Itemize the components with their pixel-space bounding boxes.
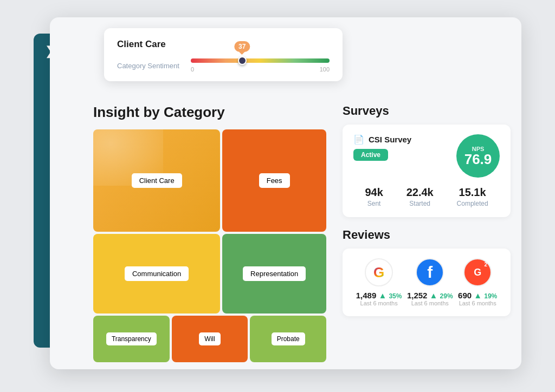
nps-label: NPS (472, 146, 485, 152)
survey-info: 📄 CSI Survey Active (353, 134, 411, 161)
google-logo: G (365, 258, 393, 286)
stat-started-label: Started (406, 200, 434, 207)
stat-started-value: 22.4k (406, 186, 434, 199)
right-section: Surveys 📄 CSI Survey Active NPS 76.9 (343, 104, 511, 364)
active-badge: Active (353, 149, 388, 161)
client-care-card: Client Care Category Sentiment 37 0 100 (104, 28, 343, 81)
facebook-period: Last 6 months (407, 300, 453, 306)
left-section: Insight by Category Client Care Fees Com… (93, 104, 326, 364)
survey-name: 📄 CSI Survey (353, 134, 411, 145)
insight-title: Insight by Category (93, 104, 326, 121)
review-g2: G2 690 ▲ 19% Last 6 months (458, 258, 497, 306)
main-content: Insight by Category Client Care Fees Com… (93, 104, 511, 364)
facebook-change: 29% (440, 292, 453, 300)
nps-value: 76.9 (464, 152, 492, 166)
stat-sent-label: Sent (365, 200, 383, 207)
g2-count: 690 ▲ 19% (458, 291, 497, 300)
google-change: 35% (389, 292, 402, 300)
screenshot-wrapper: ❯ Client Care Category Sentiment 37 0 10… (34, 17, 521, 375)
slider-track: 37 (191, 58, 330, 63)
google-g-letter: G (373, 264, 384, 281)
sentiment-label: Category Sentiment (117, 62, 182, 70)
reviews-card: G 1,489 ▲ 35% Last 6 months f 1, (343, 249, 511, 316)
slider-thumb (238, 56, 247, 65)
stat-sent: 94k Sent (365, 186, 383, 207)
nps-circle: NPS 76.9 (456, 134, 500, 178)
stat-completed: 15.1k Completed (457, 186, 488, 207)
survey-header: 📄 CSI Survey Active NPS 76.9 (353, 134, 500, 178)
slider-score: 37 (234, 41, 250, 52)
stat-completed-label: Completed (457, 200, 488, 207)
survey-stats: 94k Sent 22.4k Started 15.1k Completed (353, 186, 500, 207)
g2-sup: 2 (485, 262, 488, 267)
surveys-title: Surveys (343, 104, 511, 118)
stat-sent-value: 94k (365, 186, 383, 199)
g2-arrow: ▲ (474, 291, 484, 300)
google-period: Last 6 months (356, 300, 402, 306)
facebook-count: 1,252 ▲ 29% (407, 291, 453, 300)
sentiment-row: Category Sentiment 37 0 100 (117, 58, 330, 73)
survey-doc-icon: 📄 (353, 134, 364, 145)
treemap-clean: Client Care Fees Communication Represent… (93, 129, 326, 362)
surveys-card: 📄 CSI Survey Active NPS 76.9 94k (343, 125, 511, 217)
review-google: G 1,489 ▲ 35% Last 6 months (356, 258, 402, 306)
main-card: Client Care Category Sentiment 37 0 100 (50, 17, 521, 369)
g2-period: Last 6 months (458, 300, 497, 306)
facebook-logo: f (416, 258, 444, 286)
g2-change: 19% (484, 292, 497, 300)
google-count: 1,489 ▲ 35% (356, 291, 402, 300)
google-arrow: ▲ (378, 291, 389, 300)
review-facebook: f 1,252 ▲ 29% Last 6 months (407, 258, 453, 306)
slider-max: 100 (320, 66, 330, 73)
stat-started: 22.4k Started (406, 186, 434, 207)
client-care-title: Client Care (117, 39, 330, 50)
stat-completed-value: 15.1k (457, 186, 488, 199)
g2-logo: G2 (463, 258, 492, 286)
reviews-title: Reviews (343, 228, 511, 242)
slider-container[interactable]: 37 0 100 (191, 58, 330, 73)
slider-min: 0 (191, 66, 194, 73)
slider-labels: 0 100 (191, 66, 330, 73)
facebook-arrow: ▲ (430, 291, 440, 300)
